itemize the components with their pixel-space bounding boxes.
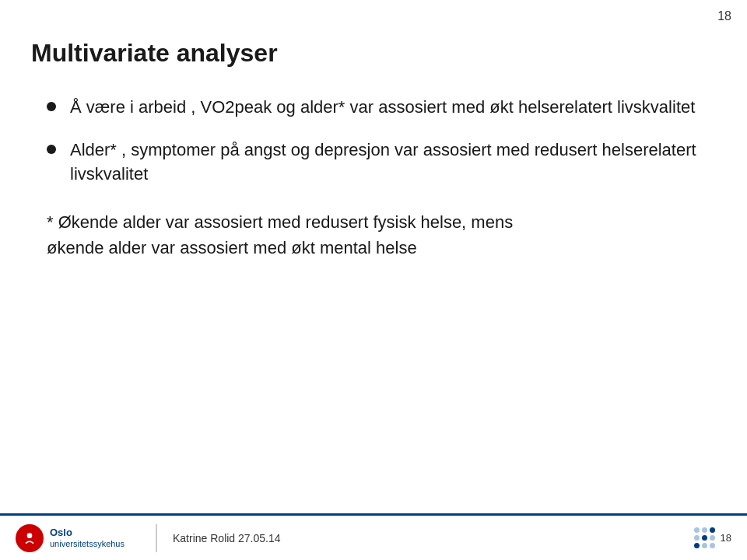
dot (694, 535, 700, 541)
bullet-dot-2 (47, 145, 56, 154)
logo-svg (22, 530, 37, 546)
dot (710, 543, 715, 548)
bullet-list: Å være i arbeid , VO2peak og alder* var … (47, 96, 716, 186)
footnote-line-1: * Økende alder var assosiert med reduser… (47, 209, 716, 235)
list-item: Alder* , symptomer på angst og depresjon… (47, 138, 716, 187)
dot (702, 543, 707, 548)
footnote-line-2: økende alder var assosiert med økt menta… (47, 235, 716, 261)
footer-page-number: 18 (721, 532, 731, 544)
footer: Oslo universitetssykehus Katrine Rolid 2… (0, 513, 747, 560)
logo-bottom-text: universitetssykehus (50, 539, 124, 548)
logo-top-text: Oslo (50, 527, 124, 538)
dot (702, 527, 707, 533)
footnote: * Økende alder var assosiert med reduser… (47, 209, 716, 261)
bullet-dot-1 (47, 102, 56, 111)
slide-title: Multivariate analyser (31, 39, 716, 68)
footer-page-icon: 18 (694, 527, 731, 549)
footer-dots-grid (694, 527, 716, 549)
dot (694, 543, 700, 548)
svg-point-0 (27, 533, 33, 538)
logo-text-block: Oslo universitetssykehus (50, 527, 124, 548)
list-item: Å være i arbeid , VO2peak og alder* var … (47, 96, 716, 120)
footer-logo: Oslo universitetssykehus (16, 524, 124, 552)
dot (710, 535, 715, 541)
slide-content: Multivariate analyser Å være i arbeid , … (0, 0, 747, 261)
dot (694, 527, 700, 533)
page-number-top: 18 (717, 9, 731, 23)
dot (702, 535, 707, 541)
footer-author: Katrine Rolid 27.05.14 (173, 532, 694, 544)
dot (710, 527, 715, 533)
bullet-text-1: Å være i arbeid , VO2peak og alder* var … (70, 96, 716, 120)
footer-divider (156, 524, 157, 552)
bullet-text-2: Alder* , symptomer på angst og depresjon… (70, 138, 716, 187)
oslo-logo-icon (16, 524, 44, 552)
